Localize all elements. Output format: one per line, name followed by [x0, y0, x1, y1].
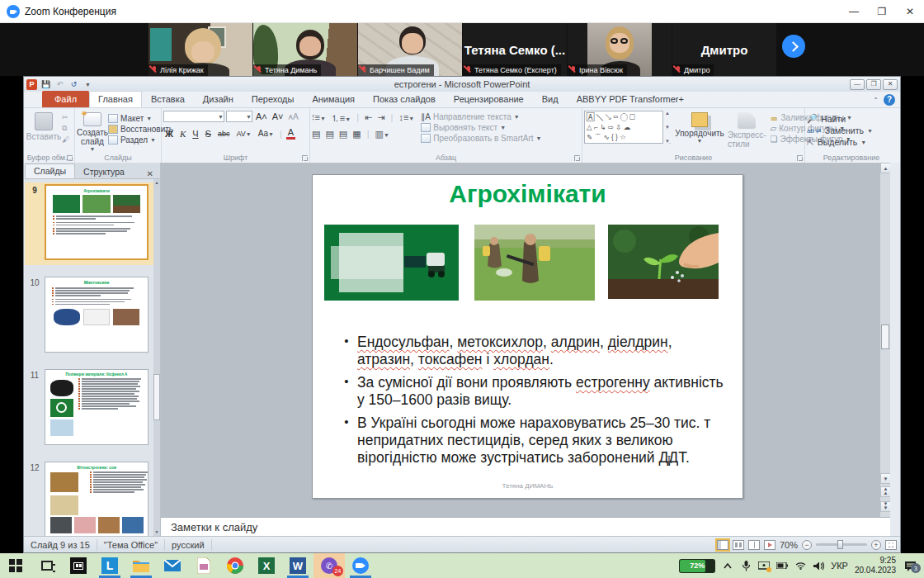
font-name-combo[interactable]: ▼: [163, 111, 224, 122]
save-icon[interactable]: 💾: [40, 79, 51, 90]
zoom-taskbar-button[interactable]: [345, 553, 376, 578]
shape-rect-icon[interactable]: ▭: [613, 113, 619, 121]
clipboard-dialog-launcher[interactable]: [67, 155, 73, 161]
slide[interactable]: Агрохімікати: [312, 174, 743, 499]
movies-app-button[interactable]: [63, 553, 94, 578]
italic-button[interactable]: К: [178, 129, 187, 139]
notification-center-icon[interactable]: 3: [903, 560, 917, 571]
change-case-button[interactable]: Aa▼: [257, 129, 276, 138]
zoom-in-button[interactable]: +: [871, 540, 881, 550]
drawing-dialog-launcher[interactable]: [797, 155, 803, 161]
speaker-icon[interactable]: [813, 560, 824, 571]
select-button[interactable]: ⇱Выделить▼: [807, 137, 896, 147]
decrease-indent-icon[interactable]: ⇤: [365, 112, 372, 125]
font-color-button[interactable]: A: [286, 127, 295, 140]
tab-slides-pane[interactable]: Слайды: [25, 163, 75, 178]
slide-thumbnail-11[interactable]: 11 Полімерні матеріали: бісфенол А: [25, 369, 154, 445]
slide-panel-scrollbar[interactable]: ▲ ▼: [153, 179, 160, 536]
shape-right-arrow-icon[interactable]: ⇨: [608, 123, 614, 131]
font-size-combo[interactable]: ▼: [226, 111, 252, 122]
align-right-icon[interactable]: ▤: [339, 129, 347, 140]
font-dialog-launcher[interactable]: [302, 155, 308, 161]
tab-file[interactable]: Файл: [42, 91, 89, 107]
next-participants-button[interactable]: [782, 35, 805, 58]
clear-formatting-icon[interactable]: 🗚: [287, 111, 300, 122]
wifi-icon[interactable]: [794, 560, 806, 571]
shape-oval-icon[interactable]: ◯: [620, 113, 628, 121]
paste-button[interactable]: Вставить: [26, 111, 62, 144]
battery-icon[interactable]: [776, 560, 788, 571]
participant-name-tile[interactable]: Тетяна Семко (... Тетяна Семко (Експерт): [463, 23, 567, 76]
l-app-button[interactable]: L: [94, 553, 125, 578]
align-center-icon[interactable]: ▤: [325, 129, 333, 140]
shape-down-arrow-icon[interactable]: ⇩: [615, 123, 621, 131]
minimize-icon[interactable]: —: [840, 0, 868, 23]
vertical-scrollbar[interactable]: ▲ ▼ ▲▲ ▼▼: [879, 163, 890, 517]
restore-icon[interactable]: ❐: [868, 0, 896, 23]
strikethrough-button[interactable]: S: [204, 129, 213, 139]
start-button[interactable]: [0, 553, 31, 578]
justify-icon[interactable]: ▦: [352, 129, 361, 140]
shape-arrow-line-icon[interactable]: ↘: [606, 113, 611, 121]
viber-button[interactable]: ✆ 24: [314, 553, 345, 578]
shape-star-icon[interactable]: ☆: [620, 133, 626, 141]
copy-icon[interactable]: ⧉: [62, 124, 69, 133]
slide-image-tractor-spraying[interactable]: [324, 225, 459, 301]
new-slide-button[interactable]: ✷ Создать слайд ▼: [77, 111, 108, 152]
shapes-gallery[interactable]: 🄰 ╲ ↘ ▭ ◯ ▢ △ ⌐ ↳ ⇨ ⇩ ☁ ✎ ⌒ ∿ { } ☆: [584, 111, 663, 144]
bullet-list-icon[interactable]: ⁝≡▼: [312, 112, 326, 125]
replace-button[interactable]: ab ⇄Заменить▼: [807, 126, 896, 135]
tab-slideshow[interactable]: Показ слайдов: [364, 91, 445, 107]
tab-outline-pane[interactable]: Структура: [75, 165, 133, 178]
clock[interactable]: 9:25 20.04.2023: [855, 556, 896, 576]
slide-sorter-icon[interactable]: [733, 540, 744, 550]
align-left-icon[interactable]: ▤: [312, 129, 320, 140]
word-button[interactable]: W: [282, 553, 314, 578]
char-spacing-button[interactable]: AV▼: [234, 130, 252, 138]
task-view-button[interactable]: [31, 553, 63, 578]
quick-access-dropdown-icon[interactable]: ▼: [82, 79, 93, 90]
slideshow-icon[interactable]: [764, 540, 776, 550]
shape-brace-right-icon[interactable]: }: [615, 133, 618, 141]
excel-button[interactable]: X: [251, 553, 282, 578]
underline-button[interactable]: Ч: [191, 129, 200, 139]
bold-button[interactable]: Ж: [163, 129, 175, 139]
zoom-out-button[interactable]: −: [802, 540, 812, 550]
shape-elbow-arrow-icon[interactable]: ↳: [600, 123, 606, 131]
shape-scribble-icon[interactable]: ∿: [603, 133, 609, 141]
slide-thumbnail-10[interactable]: 10 Мікотоксини: [25, 277, 154, 353]
slide-thumbnail-9[interactable]: 9 Агрохімікати: [25, 184, 154, 260]
close-pane-icon[interactable]: ✕: [147, 169, 153, 178]
slide-image-field-sprayers[interactable]: [474, 225, 595, 301]
fit-to-window-icon[interactable]: ⛶: [885, 540, 897, 550]
scrollbar-thumb[interactable]: [153, 374, 160, 420]
file-explorer-button[interactable]: [125, 553, 157, 578]
scroll-up-icon[interactable]: ▲: [153, 179, 160, 187]
hidden-icons-chevron[interactable]: [722, 560, 733, 571]
shrink-font-button[interactable]: A˅: [271, 111, 285, 121]
participant-video-active[interactable]: Тетяна Димань: [253, 23, 357, 76]
text-direction-button[interactable]: ∥AНаправление текста▼: [421, 112, 541, 121]
battery-widget[interactable]: 72%: [679, 559, 715, 573]
shape-brace-left-icon[interactable]: {: [611, 133, 614, 141]
tab-animation[interactable]: Анимация: [303, 91, 364, 107]
ppt-restore-icon[interactable]: ❐: [866, 79, 881, 90]
shape-elbow-icon[interactable]: ⌐: [594, 123, 598, 131]
format-painter-icon[interactable]: 🖌: [62, 135, 69, 144]
tab-view[interactable]: Вид: [533, 91, 568, 107]
slide-title[interactable]: Агрохімікати: [313, 180, 742, 208]
grow-font-button[interactable]: A˄: [254, 111, 269, 121]
shape-textbox-icon[interactable]: 🄰: [587, 113, 594, 121]
arrange-button[interactable]: Упорядочить▼: [676, 111, 724, 152]
scrollbar-thumb[interactable]: [881, 325, 889, 349]
shape-cloud-icon[interactable]: ☁: [624, 123, 631, 131]
scroll-down-icon[interactable]: ▼: [880, 473, 890, 484]
previous-slide-button[interactable]: ▲▲: [880, 486, 890, 497]
shape-line-icon[interactable]: ╲: [596, 113, 604, 121]
tab-transitions[interactable]: Переходы: [243, 91, 304, 107]
find-button[interactable]: 🔎Найти: [807, 113, 896, 124]
screen-share-icon[interactable]: [758, 560, 770, 571]
close-icon[interactable]: ✕: [896, 0, 924, 23]
reading-view-icon[interactable]: [748, 540, 760, 550]
help-icon[interactable]: ?: [884, 94, 895, 106]
